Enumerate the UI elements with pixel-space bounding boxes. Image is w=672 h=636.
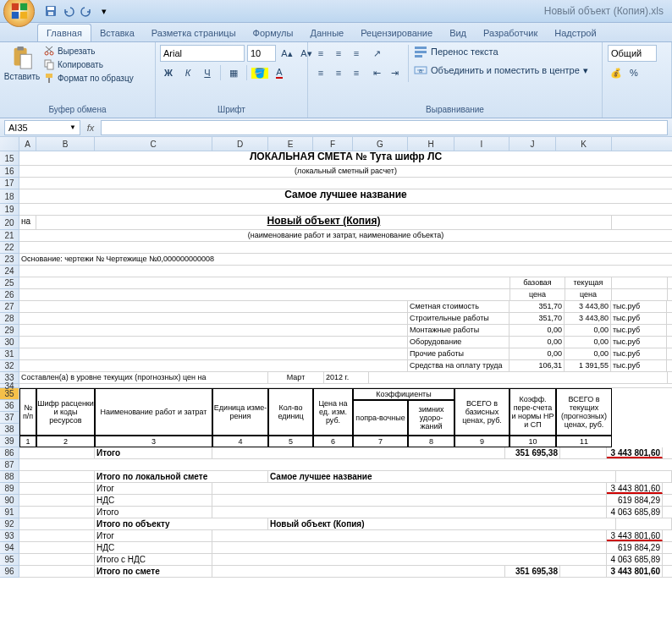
tab-review[interactable]: Рецензирование (352, 25, 441, 41)
align-left-icon[interactable]: ≡ (312, 64, 329, 81)
format-painter-button[interactable]: Формат по образцу (43, 72, 134, 84)
svg-rect-13 (47, 63, 53, 69)
col-header-A[interactable]: A (19, 137, 36, 151)
paste-button[interactable]: Вставить (4, 45, 40, 81)
row-header-29[interactable]: 29 (0, 325, 19, 337)
row-header-16[interactable]: 16 (0, 166, 19, 178)
subtitle1: (локальный сметный расчет) (19, 166, 672, 177)
row-header-38[interactable]: 38 (0, 424, 19, 436)
stat-label: Сметная стоимость (408, 301, 510, 312)
redo-icon[interactable] (79, 3, 94, 19)
row-header-86[interactable]: 86 (0, 447, 19, 459)
row-header-89[interactable]: 89 (0, 483, 19, 495)
svg-rect-2 (11, 12, 18, 19)
col-header-I[interactable]: I (454, 137, 510, 151)
column-headers: ABCDEFGHIJK (19, 137, 672, 151)
row-header-24[interactable]: 24 (0, 266, 19, 277)
tab-data[interactable]: Данные (301, 25, 352, 41)
row-header-17[interactable]: 17 (0, 178, 19, 189)
row-header-32[interactable]: 32 (0, 360, 19, 372)
row-header-93[interactable]: 93 (0, 530, 19, 542)
stat-label: Строительные работы (408, 313, 510, 324)
row-header-37[interactable]: 37 (0, 412, 19, 424)
tab-developer[interactable]: Разработчик (475, 25, 546, 41)
row-header-21[interactable]: 21 (0, 230, 19, 242)
cells[interactable]: ЛОКАЛЬНАЯ СМЕТА № Тута шифр ЛС(локальный… (19, 151, 672, 578)
col-header-J[interactable]: J (510, 137, 556, 151)
col-header-C[interactable]: C (95, 137, 212, 151)
tab-view[interactable]: Вид (441, 25, 475, 41)
col-header-D[interactable]: D (212, 137, 268, 151)
border-button[interactable]: ▦ (225, 64, 242, 81)
col-header-B[interactable]: B (36, 137, 95, 151)
col-header-K[interactable]: K (556, 137, 612, 151)
copy-button[interactable]: Копировать (43, 58, 134, 70)
align-bottom-icon[interactable]: ≡ (348, 45, 365, 62)
row-header-94[interactable]: 94 (0, 542, 19, 554)
increase-indent-icon[interactable]: ⇥ (386, 64, 403, 81)
row-header-96[interactable]: 96 (0, 566, 19, 578)
align-top-icon[interactable]: ≡ (312, 45, 329, 62)
row-header-90[interactable]: 90 (0, 495, 19, 507)
fx-icon[interactable]: fx (84, 123, 97, 133)
row-header-87[interactable]: 87 (0, 459, 19, 471)
align-center-icon[interactable]: ≡ (330, 64, 347, 81)
row-header-91[interactable]: 91 (0, 507, 19, 518)
row-header-18[interactable]: 18 (0, 189, 19, 204)
row-header-31[interactable]: 31 (0, 348, 19, 360)
select-all-corner[interactable] (0, 137, 19, 151)
svg-rect-8 (17, 47, 24, 51)
row-header-27[interactable]: 27 (0, 301, 19, 313)
col-header-E[interactable]: E (268, 137, 313, 151)
row-header-15[interactable]: 15 (0, 151, 19, 166)
cut-button[interactable]: Вырезать (43, 45, 134, 57)
tab-addins[interactable]: Надстрой (546, 25, 604, 41)
row-header-35[interactable]: 35 (0, 388, 19, 400)
row-header-30[interactable]: 30 (0, 337, 19, 348)
col-header-F[interactable]: F (313, 137, 353, 151)
col-header-H[interactable]: H (408, 137, 454, 151)
row-header-22[interactable]: 22 (0, 242, 19, 254)
row-header-39[interactable]: 39 (0, 436, 19, 447)
orientation-icon[interactable]: ↗ (368, 45, 385, 62)
col-header-G[interactable]: G (353, 137, 408, 151)
fill-color-button[interactable]: 🪣 (251, 64, 268, 81)
font-color-button[interactable]: A (271, 64, 288, 81)
window-title: Новый объект (Копия).xls (544, 5, 664, 17)
row-header-88[interactable]: 88 (0, 471, 19, 483)
tab-home[interactable]: Главная (37, 24, 91, 41)
bold-button[interactable]: Ж (160, 64, 177, 81)
decrease-indent-icon[interactable]: ⇤ (368, 64, 385, 81)
align-right-icon[interactable]: ≡ (348, 64, 365, 81)
row-header-25[interactable]: 25 (0, 277, 19, 289)
italic-button[interactable]: К (179, 64, 196, 81)
qat-more-icon[interactable]: ▾ (96, 3, 112, 19)
currency-icon[interactable]: 💰 (608, 64, 625, 81)
font-size-select[interactable] (247, 45, 276, 62)
merge-center-button[interactable]: aОбъединить и поместить в центре ▾ (414, 63, 588, 77)
tab-insert[interactable]: Вставка (91, 25, 143, 41)
row-header-92[interactable]: 92 (0, 518, 19, 530)
align-middle-icon[interactable]: ≡ (330, 45, 347, 62)
row-header-19[interactable]: 19 (0, 204, 19, 216)
row-header-20[interactable]: 20 (0, 216, 19, 230)
number-format-select[interactable] (608, 45, 657, 62)
percent-icon[interactable]: % (625, 64, 642, 81)
group-alignment-label: Выравнивание (312, 104, 598, 115)
row-header-95[interactable]: 95 (0, 554, 19, 566)
svg-text:a: a (419, 68, 422, 74)
wrap-text-button[interactable]: Перенос текста (414, 45, 588, 58)
row-header-23[interactable]: 23 (0, 254, 19, 266)
row-header-28[interactable]: 28 (0, 313, 19, 325)
tab-formulas[interactable]: Формулы (245, 25, 302, 41)
underline-button[interactable]: Ч (199, 64, 216, 81)
formula-input[interactable] (101, 120, 668, 135)
tab-pagelayout[interactable]: Разметка страницы (143, 25, 245, 41)
row-header-36[interactable]: 36 (0, 400, 19, 412)
save-icon[interactable] (43, 3, 58, 19)
row-header-26[interactable]: 26 (0, 289, 19, 301)
grow-font-icon[interactable]: A▴ (278, 45, 295, 62)
name-box[interactable]: AI35▼ (4, 120, 80, 135)
font-name-select[interactable] (160, 45, 245, 62)
undo-icon[interactable] (61, 3, 76, 19)
